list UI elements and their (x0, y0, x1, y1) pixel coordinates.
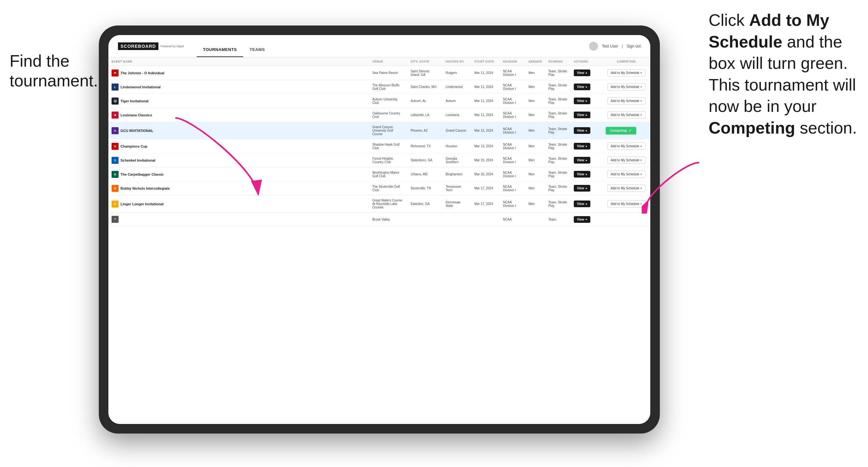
gender-cell: Men (525, 108, 545, 122)
date-cell: Mar 16, 2024 (471, 167, 500, 181)
actions-cell: View ● (570, 122, 602, 139)
city-cell: Phoenix, AZ (407, 122, 442, 139)
event-name-text: Linger Longer Invitational (121, 202, 163, 206)
city-cell: Urbana, MD (407, 167, 442, 181)
date-cell: Mar 11, 2024 (471, 108, 500, 122)
actions-cell: View ● (570, 108, 602, 122)
date-cell: Mar 11, 2024 (471, 80, 500, 94)
add-to-schedule-button[interactable]: Add to My Schedule + (607, 143, 646, 150)
date-cell: Mar 15, 2024 (471, 153, 500, 167)
add-to-schedule-button[interactable]: Add to My Schedule + (607, 69, 646, 76)
event-name-text: Louisiana Classics (121, 113, 152, 117)
team-logo-icon: H (112, 143, 119, 150)
event-name-text: Bobby Nichols Intercollegiate (121, 186, 170, 190)
view-button[interactable]: View ● (574, 97, 590, 104)
scoring-cell: Team, Stroke Play (545, 167, 570, 181)
table-row: LLindenwood InvitationalThe Missouri Blu… (108, 80, 650, 94)
division-cell: NCAA Division I (500, 167, 525, 181)
nav-tab-teams[interactable]: TEAMS (243, 47, 271, 57)
venue-cell: Auburn University Club (369, 94, 407, 108)
view-button[interactable]: View ● (574, 127, 590, 134)
competing-cell: Competing ✓ (602, 122, 650, 139)
team-logo-icon: K (112, 200, 119, 208)
event-name-cell: ? (108, 213, 369, 226)
city-cell: Eatonton, GA (407, 195, 442, 213)
team-logo-icon: R (112, 69, 119, 76)
view-button[interactable]: View ● (574, 143, 590, 150)
gender-cell: Men (525, 167, 545, 181)
scoring-cell: Team, Stroke Play (545, 94, 570, 108)
city-cell: Saint Charles, MO (407, 80, 442, 94)
scoring-cell: Team, Stroke Play (545, 80, 570, 94)
division-cell: NCAA (500, 213, 525, 226)
scoring-cell: Team, Stroke Play (545, 66, 570, 80)
nav-tab-tournaments[interactable]: TOURNAMENTS (197, 47, 243, 57)
event-name-text: GCU INVITATIONAL (121, 129, 153, 133)
scoring-cell: Team, Stroke Play (545, 108, 570, 122)
city-cell: Lafayette, LA (407, 108, 442, 122)
scoring-cell: Team, (545, 213, 570, 226)
annotation-right: Click Add to My Schedule and the box wil… (709, 9, 862, 139)
add-to-schedule-button[interactable]: Add to My Schedule + (607, 157, 646, 164)
view-button[interactable]: View ● (574, 84, 590, 90)
col-header-competing: COMPETING (602, 57, 650, 66)
view-button[interactable]: View ● (574, 69, 590, 76)
city-cell: Auburn, AL (407, 94, 442, 108)
view-button[interactable]: View ● (574, 171, 590, 178)
col-header-event: EVENT NAME (108, 57, 369, 66)
app-header: SCOREBOARD Powered by clippd TOURNAMENTS… (108, 35, 650, 57)
actions-cell: View ● (570, 195, 602, 213)
gender-cell: Men (525, 139, 545, 153)
event-name-text: The Johnnie - O Individual (121, 71, 164, 75)
date-cell: Mar 11, 2024 (471, 66, 500, 80)
annotation-left: Find the tournament. (9, 51, 98, 91)
add-to-schedule-button[interactable]: Add to My Schedule + (607, 97, 646, 104)
venue-cell: Brook Valley (369, 213, 407, 226)
main-nav: TOURNAMENTS TEAMS (197, 35, 271, 57)
user-name: Test User (602, 44, 618, 49)
event-name-cell: RThe Johnnie - O Individual (108, 66, 369, 80)
hosted-by-cell: Lindenwood (442, 80, 471, 94)
add-to-schedule-button[interactable]: Add to My Schedule + (607, 111, 646, 119)
sign-out-link[interactable]: Sign out (627, 44, 641, 49)
actions-cell: View ● (570, 80, 602, 94)
division-cell: NCAA Division I (500, 195, 525, 213)
competing-button[interactable]: Competing ✓ (606, 127, 636, 134)
arrow-left (166, 112, 268, 207)
date-cell: Mar 13, 2024 (471, 139, 500, 153)
actions-cell: View ● (570, 94, 602, 108)
add-to-schedule-button[interactable]: Add to My Schedule + (607, 185, 646, 192)
view-button[interactable]: View ● (574, 200, 590, 207)
gender-cell (525, 213, 545, 226)
date-cell (471, 213, 500, 226)
venue-cell: The Sevierville Golf Club (369, 181, 407, 195)
venue-cell: Grand Canyon University Golf Course (369, 122, 407, 139)
scoring-cell: Team, Stroke Play (545, 122, 570, 139)
add-to-schedule-button[interactable]: Add to My Schedule + (607, 170, 646, 178)
separator: | (622, 44, 623, 49)
city-cell: Statesboro, GA (407, 153, 442, 167)
venue-cell: The Missouri Bluffs Golf Club (369, 80, 407, 94)
header-right: Test User | Sign out (589, 42, 641, 51)
col-header-actions: ACTIONS (570, 57, 602, 66)
event-name-text: Lindenwood Invitational (121, 85, 161, 89)
hosted-by-cell: Grand Canyon (442, 122, 471, 139)
col-header-venue: VENUE (369, 57, 407, 66)
event-name-text: Champions Cup (121, 145, 147, 148)
add-to-schedule-button[interactable]: Add to My Schedule + (607, 83, 646, 91)
view-button[interactable]: View ● (574, 185, 590, 192)
division-cell: NCAA Division I (500, 94, 525, 108)
actions-cell: View ● (570, 153, 602, 167)
table-row: 🐯Tiger InvitationalAuburn University Clu… (108, 94, 650, 108)
view-button[interactable]: View ● (574, 112, 590, 118)
actions-cell: View ● (570, 181, 602, 195)
actions-cell: View ● (570, 213, 602, 226)
logo-subtitle: Powered by clippd (160, 44, 184, 48)
team-logo-icon: S (112, 157, 119, 164)
view-button[interactable]: View ● (574, 216, 590, 223)
view-button[interactable]: View ● (574, 157, 590, 163)
add-to-schedule-button[interactable]: Add to My Schedule + (607, 200, 646, 208)
hosted-by-cell: Georgia Southern (442, 153, 471, 167)
venue-cell: Oakbourne Country Club (369, 108, 407, 122)
city-cell: Richmond, TX (407, 139, 442, 153)
